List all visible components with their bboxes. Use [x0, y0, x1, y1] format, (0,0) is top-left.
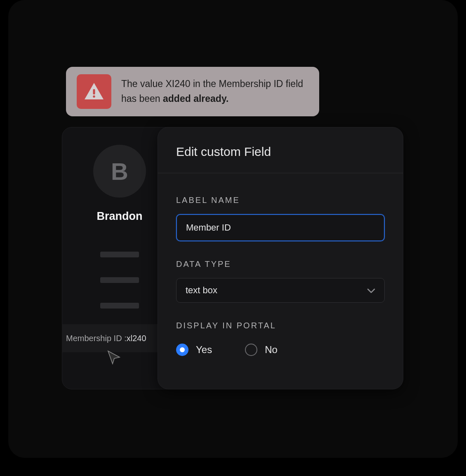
placeholder-line — [100, 277, 139, 283]
panel-title: Edit custom Field — [176, 145, 385, 159]
display-in-portal-group: DISPLAY IN PORTAL Yes No — [176, 321, 385, 356]
avatar-initial: B — [111, 158, 128, 185]
data-type-group: DATA TYPE text box — [176, 259, 385, 303]
chevron-down-icon — [367, 285, 375, 296]
placeholder-lines — [100, 252, 139, 309]
data-type-label: DATA TYPE — [176, 259, 385, 269]
radio-label-no: No — [265, 344, 278, 356]
data-type-value: text box — [186, 285, 217, 296]
display-in-portal-label: DISPLAY IN PORTAL — [176, 321, 385, 330]
label-name-label: LABEL NAME — [176, 196, 385, 205]
radio-option-no[interactable]: No — [245, 344, 278, 356]
label-name-input[interactable] — [176, 214, 385, 241]
panel-header: Edit custom Field — [158, 127, 403, 173]
svg-rect-0 — [93, 89, 95, 94]
placeholder-line — [100, 303, 139, 309]
profile-name: Brandon — [97, 210, 143, 223]
warning-icon — [77, 74, 111, 109]
membership-label: Membership ID : — [66, 334, 127, 343]
toast-text-bold: added already. — [163, 93, 228, 104]
radio-option-yes[interactable]: Yes — [176, 344, 212, 356]
error-toast: The value XI240 in the Membership ID fie… — [66, 67, 319, 116]
radio-circle-yes — [176, 344, 188, 356]
cursor-icon — [106, 350, 122, 367]
radio-label-yes: Yes — [196, 344, 212, 356]
svg-point-1 — [93, 95, 95, 97]
radio-row: Yes No — [176, 344, 385, 356]
placeholder-line — [100, 252, 139, 257]
data-type-select[interactable]: text box — [176, 278, 385, 303]
toast-message: The value XI240 in the Membership ID fie… — [121, 77, 308, 106]
label-name-group: LABEL NAME — [176, 196, 385, 241]
radio-circle-no — [245, 344, 257, 356]
membership-id-row: Membership ID : xl240 — [62, 324, 158, 352]
membership-value: xl240 — [127, 334, 146, 343]
avatar: B — [93, 145, 146, 198]
edit-custom-field-panel: Edit custom Field LABEL NAME DATA TYPE t… — [158, 127, 403, 389]
panel-body: LABEL NAME DATA TYPE text box DISPLAY IN… — [158, 173, 403, 356]
